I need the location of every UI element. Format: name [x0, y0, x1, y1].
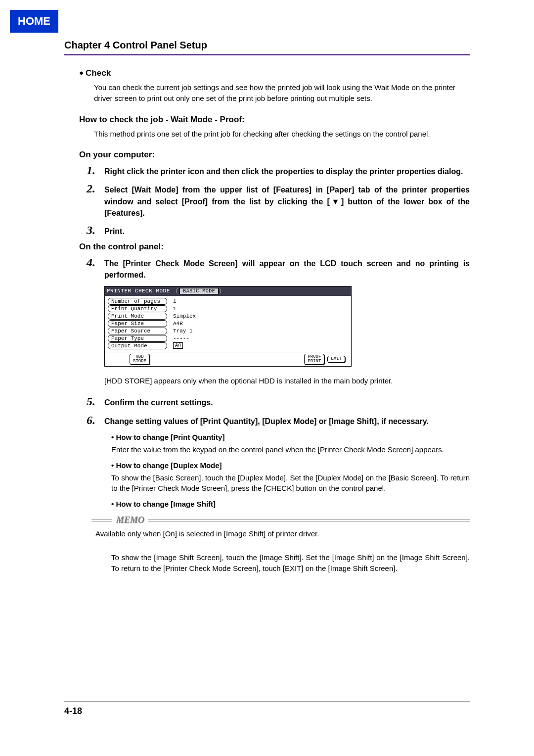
memo-rule-icon — [91, 543, 470, 545]
lcd-field-label: Paper Type — [108, 335, 167, 342]
on-panel-heading: On the control panel: — [79, 242, 470, 252]
lcd-exit-button: EXIT — [327, 356, 345, 362]
lcd-row-papertype: Paper Type ----- — [108, 335, 348, 342]
lcd-field-label: Number of pages — [108, 298, 167, 305]
step-number: 2. — [87, 182, 104, 195]
step-text: Right click the printer icon and then cl… — [104, 166, 463, 177]
lcd-field-value: 1 — [173, 298, 177, 304]
lcd-title: PRINTER CHECK MODE — [107, 288, 170, 294]
step-5: 5. Confirm the current settings. — [87, 395, 470, 408]
step-text: The [Printer Check Mode Screen] will app… — [104, 258, 470, 281]
step-text: Print. — [104, 226, 125, 237]
step-6: 6. Change setting values of [Print Quant… — [87, 414, 470, 427]
lcd-screenshot: PRINTER CHECK MODE 〔 BASIC MODE 〕 Number… — [104, 286, 470, 367]
lcd-field-value: Tray 1 — [173, 328, 193, 334]
sub-body-duplex-mode: To show the [Basic Screen], touch the [D… — [111, 472, 470, 494]
memo-box: MEMO Available only when [On] is selecte… — [91, 515, 470, 545]
step-2: 2. Select [Wait Mode] from the upper lis… — [87, 182, 470, 219]
on-computer-heading: On your computer: — [79, 150, 470, 160]
memo-rule-icon — [91, 519, 112, 521]
howto-heading: How to check the job - Wait Mode - Proof… — [79, 115, 470, 125]
lcd-tab-bracket: 〕 — [219, 287, 224, 295]
lcd-proof-print-button: PROOF PRINT — [304, 354, 324, 365]
hdd-note: [HDD STORE] appears only when the option… — [104, 376, 470, 386]
lcd-tab-bracket: 〔 — [173, 287, 179, 295]
howto-body: This method prints one set of the print … — [94, 129, 470, 140]
step-number: 1. — [87, 164, 104, 177]
step-number: 5. — [87, 395, 104, 408]
step-text: Select [Wait Mode] from the upper list o… — [104, 184, 470, 219]
lcd-field-label: Paper Size — [108, 320, 167, 327]
lcd-field-label: Print Quantity — [108, 305, 167, 312]
step-text: Change setting values of [Print Quantity… — [104, 416, 429, 427]
sub-heading-print-quantity: How to change [Print Quantity] — [111, 433, 470, 441]
lcd-titlebar: PRINTER CHECK MODE 〔 BASIC MODE 〕 — [105, 286, 351, 296]
page-content: Chapter 4 Control Panel Setup Check You … — [64, 40, 470, 574]
sub-body-print-quantity: Enter the value from the keypad on the c… — [111, 444, 470, 455]
lcd-tab-basic-mode: BASIC MODE — [179, 288, 219, 294]
lcd-row-printmode: Print Mode Simplex — [108, 313, 348, 320]
output-mode-icon: A⎙ — [173, 342, 183, 349]
memo-text: Available only when [On] is selected in … — [95, 529, 470, 538]
lcd-field-label: Print Mode — [108, 313, 167, 320]
sub-heading-image-shift: How to change [Image Shift] — [111, 500, 470, 508]
step-number: 6. — [87, 414, 104, 427]
home-button[interactable]: HOME — [10, 10, 58, 33]
lcd-field-value: ----- — [173, 335, 189, 341]
memo-rule-icon — [148, 519, 470, 521]
lcd-panel: PRINTER CHECK MODE 〔 BASIC MODE 〕 Number… — [104, 286, 352, 367]
lcd-button-bar: HDD STORE PROOF PRINT EXIT — [105, 352, 351, 367]
lcd-row-papersource: Paper Source Tray 1 — [108, 328, 348, 334]
step-text: Confirm the current settings. — [104, 397, 213, 408]
check-heading: Check — [79, 68, 470, 78]
chapter-title: Chapter 4 Control Panel Setup — [64, 40, 470, 55]
lcd-row-papersize: Paper Size A4R — [108, 320, 348, 327]
lcd-field-value: Simplex — [173, 313, 196, 319]
step-number: 4. — [87, 256, 104, 269]
lcd-row-pages: Number of pages 1 — [108, 298, 348, 305]
page-number: 4-18 — [64, 706, 82, 716]
lcd-hdd-store-button: HDD STORE — [130, 354, 150, 365]
lcd-field-label: Paper Source — [108, 328, 167, 334]
step-3: 3. Print. — [87, 224, 470, 237]
lcd-row-outputmode: Output Mode A⎙ — [108, 342, 348, 349]
page-footer: 4-18 — [64, 702, 470, 716]
step-number: 3. — [87, 224, 104, 237]
sub-body-image-shift: To show the [Image Shift Screen], touch … — [111, 552, 470, 574]
memo-label: MEMO — [116, 515, 144, 525]
step-4: 4. The [Printer Check Mode Screen] will … — [87, 256, 470, 281]
sub-heading-duplex-mode: How to change [Duplex Mode] — [111, 461, 470, 470]
lcd-field-label: Output Mode — [108, 342, 167, 349]
lcd-row-quantity: Print Quantity 1 — [108, 305, 348, 312]
lcd-field-value: 1 — [173, 306, 177, 312]
check-body: You can check the current job settings a… — [94, 82, 470, 104]
lcd-body: Number of pages 1 Print Quantity 1 Print… — [105, 296, 351, 352]
step-1: 1. Right click the printer icon and then… — [87, 164, 470, 177]
lcd-field-value: A4R — [173, 321, 183, 327]
